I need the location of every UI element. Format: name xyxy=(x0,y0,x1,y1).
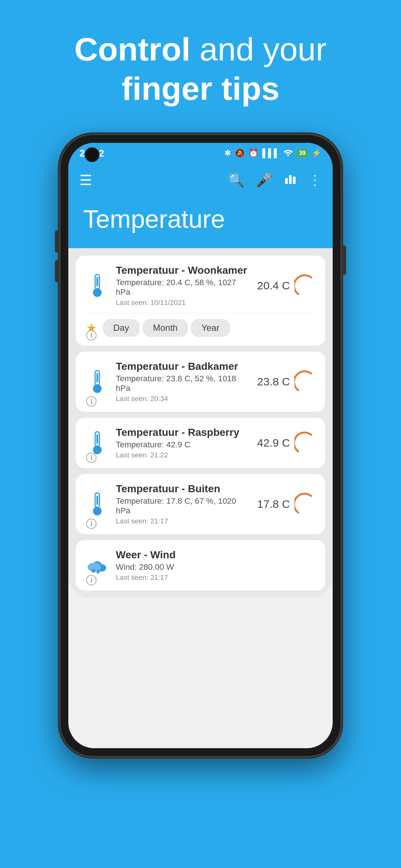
title-area: Temperature xyxy=(68,197,333,248)
card-info-badkamer: Temperatuur - Badkamer Temperature: 23.8… xyxy=(116,361,250,403)
info-icon-badkamer[interactable]: ℹ xyxy=(86,396,97,407)
card-subtitle-buiten: Temperature: 17.8 C, 67 %, 1020 hPa xyxy=(116,496,250,516)
phone-screen: 21:22 ✱ 🔕 ⏰ ▌▌▌ 39 ⚡ xyxy=(68,143,333,748)
svg-rect-2 xyxy=(289,175,292,184)
camera-hole xyxy=(85,147,100,162)
hamburger-icon[interactable]: ☰ xyxy=(79,172,92,188)
card-wind[interactable]: Weer - Wind Wind: 280.00 W Last seen: 21… xyxy=(76,540,325,591)
card-info-buiten: Temperatuur - Buiten Temperature: 17.8 C… xyxy=(116,483,250,525)
info-icon-raspberry[interactable]: ℹ xyxy=(86,453,97,463)
info-icon-buiten[interactable]: ℹ xyxy=(86,519,97,529)
svg-rect-13 xyxy=(97,434,98,444)
svg-point-11 xyxy=(95,386,100,391)
card-time-woonkamer: Last seen: 10/11/2021 xyxy=(116,299,250,307)
thermometer-icon-badkamer xyxy=(86,369,108,395)
card-subtitle-raspberry: Temperature: 42.9 C xyxy=(116,440,250,450)
card-info-raspberry: Temperatuur - Raspberry Temperature: 42.… xyxy=(116,427,250,459)
status-bar: 21:22 ✱ 🔕 ⏰ ▌▌▌ 39 ⚡ xyxy=(68,143,333,164)
card-title-wind: Weer - Wind xyxy=(116,549,315,561)
mic-icon[interactable]: 🎤 xyxy=(256,172,273,188)
card-title-raspberry: Temperatuur - Raspberry xyxy=(116,427,250,438)
alarm-icon: ⏰ xyxy=(248,148,258,158)
svg-rect-5 xyxy=(97,277,98,287)
svg-rect-9 xyxy=(97,373,98,383)
headline-normal: and your xyxy=(190,31,327,68)
volume-down-button xyxy=(55,260,59,282)
charging-icon: ⚡ xyxy=(312,148,322,158)
tab-month-woonkamer[interactable]: Month xyxy=(143,319,188,337)
app-bar: ☰ 🔍 🎤 ⋮ xyxy=(68,164,333,197)
card-title-woonkamer: Temperatuur - Woonkamer xyxy=(116,264,250,276)
mute-icon: 🔕 xyxy=(235,148,245,158)
card-raspberry[interactable]: Temperatuur - Raspberry Temperature: 42.… xyxy=(76,418,325,468)
phone-mockup: 21:22 ✱ 🔕 ⏰ ▌▌▌ 39 ⚡ xyxy=(59,134,342,757)
tab-row-woonkamer: ★ Day Month Year xyxy=(86,313,315,337)
page-title: Temperature xyxy=(83,204,318,233)
svg-point-7 xyxy=(95,290,100,295)
card-time-buiten: Last seen: 21:17 xyxy=(116,517,250,525)
svg-point-15 xyxy=(95,447,100,453)
gauge-arc-badkamer xyxy=(294,370,315,394)
svg-rect-17 xyxy=(97,496,98,505)
headline-bold: Control xyxy=(74,31,190,68)
gauge-arc-raspberry xyxy=(294,431,315,455)
svg-point-0 xyxy=(287,155,289,157)
card-value-raspberry: 42.9 C xyxy=(257,431,315,455)
card-info-woonkamer: Temperatuur - Woonkamer Temperature: 20.… xyxy=(116,264,250,307)
info-icon-wind[interactable]: ℹ xyxy=(86,575,97,585)
card-buiten[interactable]: Temperatuur - Buiten Temperature: 17.8 C… xyxy=(76,474,325,534)
chart-icon[interactable] xyxy=(284,172,297,189)
card-time-badkamer: Last seen: 20:34 xyxy=(116,395,250,403)
phone-frame: 21:22 ✱ 🔕 ⏰ ▌▌▌ 39 ⚡ xyxy=(59,134,342,757)
thermometer-icon-woonkamer xyxy=(86,273,108,299)
headline-line2: finger tips xyxy=(74,69,327,108)
tab-day-woonkamer[interactable]: Day xyxy=(103,319,140,337)
card-value-woonkamer: 20.4 C xyxy=(257,274,315,298)
svg-rect-3 xyxy=(293,177,296,184)
bluetooth-icon: ✱ xyxy=(224,148,231,158)
tab-year-woonkamer[interactable]: Year xyxy=(191,319,230,337)
app-bar-left: ☰ xyxy=(79,172,92,188)
headline: Control and your finger tips xyxy=(52,0,349,130)
more-options-icon[interactable]: ⋮ xyxy=(308,172,322,188)
battery-badge: 39 xyxy=(297,149,308,157)
card-woonkamer[interactable]: Temperatuur - Woonkamer Temperature: 20.… xyxy=(76,256,325,346)
thermometer-icon-buiten xyxy=(86,491,108,517)
card-subtitle-wind: Wind: 280.00 W xyxy=(116,562,315,572)
card-time-raspberry: Last seen: 21:22 xyxy=(116,451,250,459)
card-value-badkamer: 23.8 C xyxy=(257,370,315,394)
gauge-arc-woonkamer xyxy=(294,274,315,298)
card-value-buiten: 17.8 C xyxy=(257,492,315,516)
card-subtitle-badkamer: Temperature: 23.8 C, 52 %, 1018 hPa xyxy=(116,374,250,393)
status-icons: ✱ 🔕 ⏰ ▌▌▌ 39 ⚡ xyxy=(224,148,322,158)
wind-icon xyxy=(86,552,108,578)
wifi-icon xyxy=(283,148,293,158)
content-area: Temperatuur - Woonkamer Temperature: 20.… xyxy=(68,248,333,598)
thermometer-icon-raspberry xyxy=(86,430,108,456)
card-time-wind: Last seen: 21:17 xyxy=(116,573,315,582)
gauge-arc-buiten xyxy=(294,492,315,516)
card-info-wind: Weer - Wind Wind: 280.00 W Last seen: 21… xyxy=(116,549,315,582)
volume-up-button xyxy=(55,230,59,253)
svg-point-24 xyxy=(92,569,95,573)
card-title-buiten: Temperatuur - Buiten xyxy=(116,483,250,495)
signal-icon: ▌▌▌ xyxy=(262,148,280,158)
card-title-badkamer: Temperatuur - Badkamer xyxy=(116,361,250,372)
card-badkamer[interactable]: Temperatuur - Badkamer Temperature: 23.8… xyxy=(76,352,325,412)
svg-rect-1 xyxy=(285,178,288,184)
svg-point-19 xyxy=(95,509,100,514)
info-icon-woonkamer[interactable]: ℹ xyxy=(86,330,97,341)
search-icon[interactable]: 🔍 xyxy=(228,172,245,188)
card-subtitle-woonkamer: Temperature: 20.4 C, 58 %, 1027 hPa xyxy=(116,278,250,297)
volume-button-right xyxy=(342,245,346,275)
app-bar-actions: 🔍 🎤 ⋮ xyxy=(228,172,322,189)
